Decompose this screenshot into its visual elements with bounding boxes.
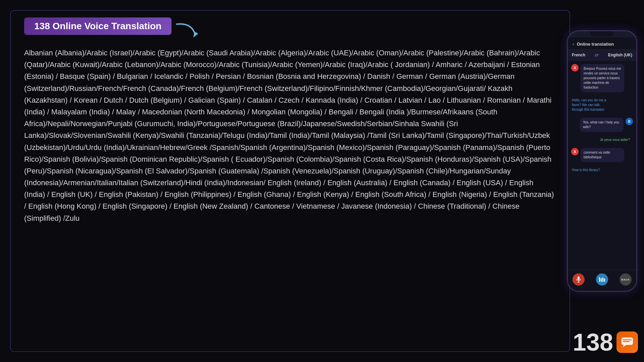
message-3: Yes, what can I help you with? B [571, 118, 633, 132]
bottom-right-badge: 138 [573, 328, 638, 356]
title-row: 138 Online Voice Translation [24, 17, 556, 41]
bubble-5: comment va cette bibliothèque [581, 148, 624, 162]
avatar-b-1: B [626, 118, 633, 125]
message-1: A Bonjour Pouvez-vous me rendre un servi… [571, 64, 633, 92]
svg-rect-4 [599, 277, 600, 282]
avatar-a-2: A [571, 148, 579, 155]
bubble-3: Yes, what can I help you with? [580, 118, 624, 132]
lang-from[interactable]: French [572, 53, 585, 57]
bubble-4: Je peux vous aider? [599, 135, 633, 145]
avatar-a-1: A [571, 64, 579, 71]
title-text: 138 Online Voice Translation [34, 21, 161, 31]
arrow-icon [175, 21, 202, 41]
languages-content: Albanian (Albania)/Arabic (Israel)/Arabi… [24, 49, 554, 222]
lang-selector[interactable]: French ⇄ English (UK) [568, 50, 636, 61]
bubble-2: Hello, can you do me a favor? We can tal… [571, 96, 615, 114]
svg-rect-7 [604, 278, 605, 282]
number-138: 138 [573, 328, 613, 356]
back-button[interactable]: BACK [620, 273, 632, 286]
phone-notch [590, 31, 614, 37]
phone-bottom-bar: BACK [568, 270, 636, 291]
main-container: 138 Online Voice Translation Albanian (A… [10, 10, 570, 352]
message-6: How is this library? [571, 165, 633, 175]
phone-screen: ‹ Online translation French ⇄ English (U… [568, 37, 636, 291]
phone-nav[interactable]: ‹ Online translation [568, 37, 636, 50]
svg-rect-5 [601, 278, 602, 282]
message-4: Je peux vous aider? [571, 135, 633, 145]
phone-mockup: ‹ Online translation French ⇄ English (U… [567, 30, 637, 292]
languages-text: Albanian (Albania)/Arabic (Israel)/Arabi… [24, 47, 556, 224]
bars-button[interactable] [596, 273, 608, 286]
svg-rect-6 [602, 277, 603, 282]
lang-to[interactable]: English (UK) [608, 53, 632, 57]
svg-rect-1 [578, 276, 580, 280]
chat-area: A Bonjour Pouvez-vous me rendre un servi… [568, 61, 636, 270]
message-2: Hello, can you do me a favor? We can tal… [571, 96, 633, 114]
back-arrow-icon[interactable]: ‹ [573, 41, 574, 47]
lang-swap-icon[interactable]: ⇄ [595, 52, 599, 58]
title-badge: 138 Online Voice Translation [24, 17, 171, 35]
nav-title: Online translation [577, 42, 614, 47]
bubble-6: How is this library? [571, 165, 603, 175]
message-5: A comment va cette bibliothèque [571, 148, 633, 162]
bubble-1: Bonjour Pouvez-vous me rendre un service… [581, 64, 624, 92]
mic-button[interactable] [573, 273, 585, 286]
phone-frame: ‹ Online translation French ⇄ English (U… [567, 30, 637, 292]
svg-marker-11 [623, 345, 627, 347]
chat-icon-badge [616, 331, 638, 353]
